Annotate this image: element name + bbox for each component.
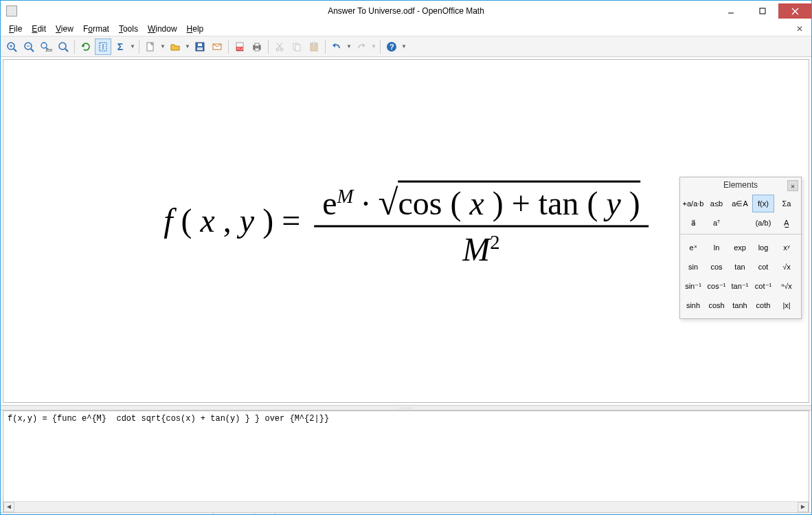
svg-marker-39 <box>332 43 335 47</box>
svg-rect-36 <box>295 45 300 51</box>
fraction: eM · √ cos ( x ) + tan ( y ) M2 <box>314 181 649 268</box>
elements-item-8[interactable]: cot <box>752 258 774 276</box>
elements-panel[interactable]: Elements × +a/a·ba≤ba∈Af(x)Σaa⃗aᵀ(a/b)A̲… <box>679 177 802 319</box>
paste-button[interactable] <box>306 39 322 55</box>
svg-point-31 <box>276 48 279 51</box>
formula-editor-pane: ◄ ► <box>3 410 809 512</box>
elements-item-7[interactable]: tan <box>729 258 751 276</box>
elements-item-2[interactable]: exp <box>729 239 751 256</box>
toolbar-dropdown-end[interactable]: ▼ <box>401 43 407 50</box>
elements-item-1[interactable]: ln <box>706 239 728 256</box>
elements-button[interactable]: Σ <box>112 39 128 55</box>
zoom-out-button[interactable] <box>21 39 37 55</box>
copy-icon <box>291 41 302 52</box>
toolbar-separator <box>74 40 75 54</box>
elements-category-3[interactable]: f(x) <box>752 195 774 212</box>
elements-category-8[interactable]: (a/b) <box>752 214 774 232</box>
mail-icon <box>212 41 223 52</box>
elements-category-5[interactable]: a⃗ <box>682 214 704 232</box>
elements-item-10[interactable]: sin⁻¹ <box>682 277 704 295</box>
elements-category-6[interactable]: aᵀ <box>706 214 728 232</box>
elements-item-14[interactable]: ⁿ√x <box>776 277 798 295</box>
svg-rect-38 <box>313 43 315 45</box>
svg-rect-30 <box>255 48 259 51</box>
formula-editor[interactable] <box>3 411 809 499</box>
elements-item-5[interactable]: sin <box>682 258 704 276</box>
menu-edit[interactable]: Edit <box>27 23 50 35</box>
redo-dropdown[interactable]: ▼ <box>370 43 377 50</box>
formula-canvas[interactable]: f ( x , y ) = eM · √ cos ( x ) + tan ( <box>3 59 809 403</box>
zoom-in-icon <box>6 41 17 52</box>
toolbar-separator <box>139 40 139 54</box>
elements-item-13[interactable]: cot⁻¹ <box>752 277 774 295</box>
help-button[interactable]: ? <box>383 39 400 55</box>
menu-view[interactable]: View <box>52 23 78 35</box>
help-icon: ? <box>386 41 397 52</box>
svg-text:100: 100 <box>45 48 52 52</box>
elements-item-15[interactable]: sinh <box>682 296 704 314</box>
refresh-button[interactable] <box>78 39 94 55</box>
cut-button[interactable] <box>271 39 288 55</box>
zoom-out-icon <box>23 41 34 52</box>
pdf-button[interactable]: PDF <box>232 39 248 55</box>
splitter-handle[interactable]: · · · · · <box>1 405 811 410</box>
copy-button[interactable] <box>289 39 305 55</box>
numerator: eM · √ cos ( x ) + tan ( y ) <box>314 181 649 228</box>
zoom-100-button[interactable]: 100 <box>38 39 54 55</box>
elements-category-0[interactable]: +a/a·b <box>682 195 704 212</box>
print-button[interactable] <box>249 39 265 55</box>
redo-button[interactable] <box>353 39 370 55</box>
elements-category-1[interactable]: a≤b <box>706 195 728 212</box>
elements-item-17[interactable]: tanh <box>729 296 751 314</box>
undo-dropdown[interactable]: ▼ <box>346 43 352 50</box>
minimize-button[interactable] <box>715 3 747 19</box>
elements-item-6[interactable]: cos <box>706 258 728 276</box>
elements-category-7[interactable] <box>729 214 751 232</box>
new-button[interactable] <box>142 39 159 55</box>
menu-help[interactable]: Help <box>183 23 208 35</box>
elements-category-2[interactable]: a∈A <box>729 195 751 212</box>
scroll-track[interactable] <box>14 502 798 512</box>
menu-format[interactable]: Format <box>79 23 113 35</box>
refresh-icon <box>80 41 91 52</box>
elements-category-9[interactable]: A̲ <box>776 214 798 232</box>
horizontal-scrollbar[interactable]: ◄ ► <box>3 501 809 512</box>
elements-item-9[interactable]: √x <box>776 258 798 276</box>
maximize-button[interactable] <box>747 3 778 19</box>
close-button[interactable] <box>778 3 811 19</box>
elements-item-12[interactable]: tan⁻¹ <box>729 277 751 295</box>
elements-item-16[interactable]: cosh <box>706 296 728 314</box>
formula-cursor-button[interactable] <box>95 39 111 55</box>
elements-item-3[interactable]: log <box>752 239 774 256</box>
zoom-in-button[interactable] <box>3 39 20 55</box>
elements-item-11[interactable]: cos⁻¹ <box>706 277 728 295</box>
save-button[interactable] <box>192 39 208 55</box>
menu-tools[interactable]: Tools <box>115 23 142 35</box>
undo-button[interactable] <box>328 39 345 55</box>
elements-close-button[interactable]: × <box>787 180 798 191</box>
elements-item-19[interactable]: |x| <box>776 296 798 314</box>
toolbar-separator <box>268 40 269 54</box>
mail-button[interactable] <box>209 39 225 55</box>
zoom-100-icon: 100 <box>40 41 52 52</box>
menu-file[interactable]: File <box>5 23 26 35</box>
open-dropdown[interactable]: ▼ <box>184 43 191 50</box>
redo-icon <box>356 41 367 52</box>
menu-window[interactable]: Window <box>144 23 181 35</box>
elements-category-4[interactable]: Σa <box>776 195 798 212</box>
elements-item-4[interactable]: xʸ <box>776 239 798 256</box>
new-dropdown[interactable]: ▼ <box>159 43 166 50</box>
formula-lhs: f ( x , y ) <box>163 202 282 239</box>
open-button[interactable] <box>167 39 183 55</box>
scroll-right-button[interactable]: ► <box>798 502 809 512</box>
zoom-all-button[interactable] <box>55 39 71 55</box>
pdf-icon: PDF <box>234 41 245 52</box>
toolbar-dropdown-1[interactable]: ▼ <box>129 43 136 50</box>
elements-titlebar[interactable]: Elements × <box>680 177 801 193</box>
minimize-icon <box>728 8 734 14</box>
elements-item-0[interactable]: eˣ <box>682 239 704 256</box>
scroll-left-button[interactable]: ◄ <box>3 502 14 512</box>
document-close-button[interactable]: ✕ <box>792 24 807 34</box>
elements-item-18[interactable]: coth <box>752 296 774 314</box>
maximize-icon <box>759 8 766 14</box>
